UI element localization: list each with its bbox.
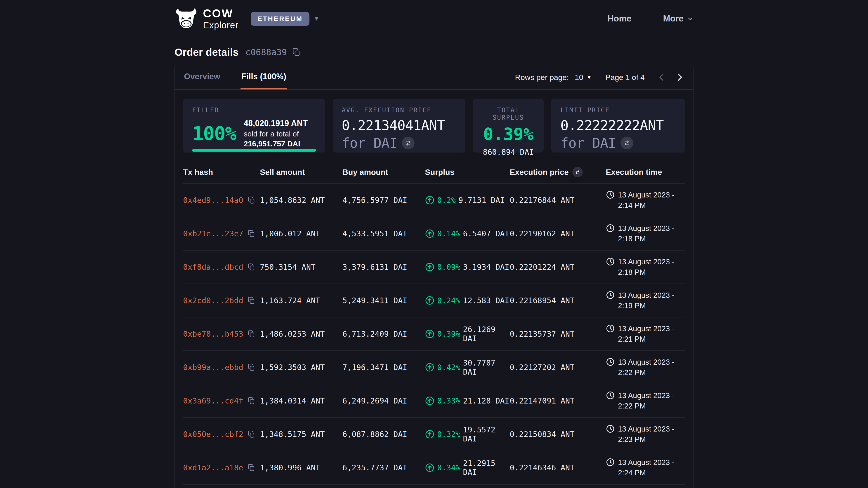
copy-order-hash-button[interactable] — [292, 48, 301, 57]
copy-tx-hash-button[interactable] — [247, 230, 255, 238]
app-header: COW Explorer ETHEREUM ▼ Home More — [0, 0, 868, 37]
sell-amount: 1,380.996 ANT — [260, 463, 342, 472]
col-execution-price: Execution price — [510, 167, 606, 177]
col-buy-amount: Buy amount — [342, 168, 425, 177]
page-title-row: Order details c0688a39 — [175, 46, 693, 59]
clock-icon — [606, 324, 615, 333]
surplus-percent: 0.14% — [437, 229, 460, 238]
tx-hash-link[interactable]: 0x4ed9...14a0 — [183, 196, 243, 205]
chevron-right-icon — [675, 72, 685, 83]
invert-price-button[interactable] — [402, 137, 414, 149]
buy-amount: 4,756.5977 DAI — [342, 196, 425, 205]
copy-tx-hash-button[interactable] — [247, 464, 255, 472]
tx-hash-link[interactable]: 0x2cd0...26dd — [183, 296, 243, 305]
nav-home-link[interactable]: Home — [608, 14, 631, 24]
sell-amount: 1,486.0253 ANT — [260, 329, 342, 338]
copy-icon — [247, 363, 255, 371]
tx-hash-link[interactable]: 0x3a69...cd4f — [183, 396, 243, 405]
copy-tx-hash-button[interactable] — [247, 430, 255, 438]
fills-table: Tx hash Sell amount Buy amount Surplus E… — [183, 162, 685, 485]
sell-amount: 1,384.0314 ANT — [260, 396, 342, 405]
total-surplus-amount: 860.894 DAI — [482, 148, 535, 157]
tx-hash-link[interactable]: 0xb99a...ebbd — [183, 363, 243, 372]
page-title: Order details — [175, 46, 239, 58]
copy-tx-hash-button[interactable] — [247, 397, 255, 405]
network-selector-badge[interactable]: ETHEREUM — [251, 12, 309, 26]
copy-tx-hash-button[interactable] — [247, 296, 255, 304]
filled-label: FILLED — [192, 106, 316, 114]
execution-time: 13 August 2023 - 2:22 PM — [618, 390, 686, 411]
triangle-down-icon[interactable]: ▼ — [313, 15, 319, 22]
execution-time: 13 August 2023 - 2:22 PM — [618, 357, 686, 378]
sell-amount: 1,348.5175 ANT — [260, 430, 342, 439]
buy-amount: 4,533.5951 DAI — [342, 229, 425, 238]
rows-per-page-select[interactable]: 10 ▼ — [575, 73, 592, 82]
sell-amount: 1,006.012 ANT — [260, 229, 342, 238]
arrow-up-circle-icon — [425, 396, 434, 405]
surplus-amount: 30.7707 DAI — [463, 358, 510, 377]
tx-hash-link[interactable]: 0xf8da...dbcd — [183, 263, 243, 271]
filled-percent: 100% — [192, 123, 236, 144]
clock-icon — [606, 257, 615, 266]
tab-fills[interactable]: Fills (100%) — [241, 65, 287, 90]
copy-tx-hash-button[interactable] — [247, 196, 255, 204]
surplus-percent: 0.42% — [437, 363, 460, 372]
buy-amount: 3,379.6131 DAI — [342, 263, 425, 271]
table-row: 0xb99a...ebbd 1,592.3503 ANT 7,196.3471 … — [183, 350, 685, 384]
buy-amount: 5,249.3411 DAI — [342, 296, 425, 305]
chevron-down-icon — [687, 15, 693, 22]
copy-icon — [247, 196, 255, 204]
clock-icon — [606, 291, 615, 300]
arrow-up-circle-icon — [425, 229, 434, 238]
nav-more-menu[interactable]: More — [663, 14, 693, 24]
execution-time: 13 August 2023 - 2:23 PM — [618, 424, 686, 445]
tab-overview[interactable]: Overview — [183, 65, 221, 90]
tx-hash-link[interactable]: 0xbe78...b453 — [183, 329, 243, 338]
surplus-percent: 0.34% — [437, 463, 460, 472]
tx-hash-link[interactable]: 0xd1a2...a18e — [183, 463, 243, 472]
tx-hash-link[interactable]: 0xb21e...23e7 — [183, 229, 243, 238]
swap-arrows-icon — [623, 139, 631, 147]
surplus-percent: 0.39% — [437, 329, 460, 338]
copy-icon — [247, 296, 255, 304]
previous-page-button[interactable] — [656, 72, 667, 83]
sell-amount: 1,054.8632 ANT — [260, 196, 342, 205]
total-surplus-percent: 0.39% — [482, 125, 535, 144]
arrow-up-circle-icon — [425, 429, 434, 439]
copy-icon — [247, 397, 255, 405]
surplus-percent: 0.32% — [437, 430, 460, 439]
col-sell-amount: Sell amount — [260, 168, 342, 177]
arrow-up-circle-icon — [425, 195, 434, 205]
tx-hash-link[interactable]: 0x050e...cbf2 — [183, 430, 243, 439]
table-row: 0xbe78...b453 1,486.0253 ANT 6,713.2409 … — [183, 317, 685, 350]
clock-icon — [606, 424, 615, 433]
surplus-amount: 21.2915 DAI — [463, 459, 510, 477]
cow-explorer-logo[interactable]: COW Explorer — [175, 8, 239, 30]
arrow-up-circle-icon — [425, 463, 434, 473]
surplus-amount: 21.128 DAI — [463, 396, 509, 405]
clock-icon — [606, 357, 615, 366]
copy-tx-hash-button[interactable] — [247, 363, 255, 371]
avg-price-label: AVG. EXECUTION PRICE — [342, 106, 456, 114]
invert-price-column-button[interactable] — [572, 167, 583, 177]
swap-arrows-icon — [404, 139, 412, 147]
total-surplus-card: TOTAL SURPLUS 0.39% 860.894 DAI — [473, 99, 544, 153]
copy-tx-hash-button[interactable] — [247, 263, 255, 271]
avg-price-unit: for DAI — [342, 135, 397, 151]
main-nav: Home More — [608, 14, 693, 24]
table-row: 0x4ed9...14a0 1,054.8632 ANT 4,756.5977 … — [183, 183, 685, 217]
order-hash: c0688a39 — [246, 47, 287, 57]
surplus-percent: 0.33% — [437, 396, 460, 405]
page-status: Page 1 of 4 — [605, 73, 645, 82]
clock-icon — [606, 224, 615, 233]
limit-price-card: LIMIT PRICE 0.22222222ANT for DAI — [551, 99, 685, 153]
copy-icon — [292, 48, 301, 57]
invert-price-button[interactable] — [620, 137, 633, 149]
surplus-amount: 12.583 DAI — [463, 296, 509, 305]
limit-price-value: 0.22222222ANT — [560, 118, 676, 133]
execution-time: 13 August 2023 - 2:18 PM — [618, 223, 686, 244]
copy-tx-hash-button[interactable] — [247, 330, 255, 338]
execution-time: 13 August 2023 - 2:18 PM — [618, 257, 686, 278]
next-page-button[interactable] — [675, 72, 685, 83]
buy-amount: 6,235.7737 DAI — [342, 463, 425, 472]
